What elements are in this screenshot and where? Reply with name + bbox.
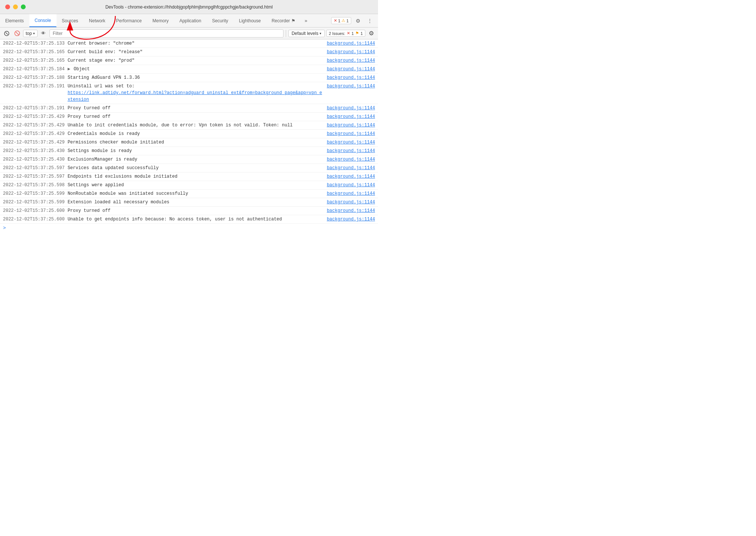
tab-application[interactable]: Application (174, 14, 207, 27)
log-link[interactable]: https://link.adtidy.net/forward.html?act… (68, 90, 324, 103)
log-message: Services data updated successfully (68, 165, 324, 171)
warn-count: 1 (346, 19, 349, 23)
console-toolbar: 🚫 top ▾ 👁 Default levels ▾ 2 Issues: ✕ 1… (0, 28, 378, 39)
tab-lighthouse[interactable]: Lighthouse (234, 14, 266, 27)
tab-sources[interactable]: Sources (57, 14, 84, 27)
chevron-down-icon-levels: ▾ (320, 32, 321, 35)
filter-input[interactable] (49, 29, 284, 38)
context-label: top (26, 31, 32, 36)
window-controls (0, 4, 26, 9)
log-source[interactable]: background.js:1144 (327, 173, 375, 180)
log-row: 2022-12-02T15:37:25.184▶ Objectbackgroun… (0, 65, 378, 74)
log-message: Current browser: "chrome" (68, 40, 324, 47)
log-levels-selector[interactable]: Default levels ▾ (288, 30, 325, 37)
log-source[interactable]: background.js:1144 (327, 122, 375, 129)
tab-memory[interactable]: Memory (147, 14, 174, 27)
log-message: Extension loaded all necessary modules (68, 199, 324, 206)
log-source[interactable]: background.js:1144 (327, 130, 375, 137)
log-source[interactable]: background.js:1144 (327, 165, 375, 171)
log-message: Proxy turned off (68, 207, 324, 214)
error-count: 1 (338, 19, 340, 23)
log-row: 2022-12-02T15:37:25.430ExclusionsManager… (0, 155, 378, 164)
more-icon: » (305, 18, 307, 23)
tab-security-label: Security (212, 18, 228, 23)
log-source[interactable]: background.js:1144 (327, 148, 375, 154)
tab-performance-label: Performance (116, 18, 142, 23)
minimize-button[interactable] (13, 4, 18, 9)
tab-elements[interactable]: Elements (0, 14, 29, 27)
log-message: Proxy turned off (68, 113, 324, 120)
log-source[interactable]: background.js:1144 (327, 216, 375, 223)
log-timestamp: 2022-12-02T15:37:25.430 (3, 148, 65, 154)
log-row: 2022-12-02T15:37:25.188Starting AdGuard … (0, 74, 378, 82)
log-source[interactable]: background.js:1144 (327, 83, 375, 90)
log-message: Current stage env: "prod" (68, 57, 324, 64)
clear-button[interactable] (2, 29, 11, 38)
tab-sources-label: Sources (62, 18, 78, 23)
log-source[interactable]: background.js:1144 (327, 105, 375, 112)
log-timestamp: 2022-12-02T15:37:25.597 (3, 173, 65, 180)
console-output: 2022-12-02T15:37:25.133Current browser: … (0, 39, 378, 268)
log-source[interactable]: background.js:1144 (327, 40, 375, 47)
tab-network-label: Network (89, 18, 105, 23)
log-timestamp: 2022-12-02T15:37:25.600 (3, 207, 65, 214)
log-message: ExclusionsManager is ready (68, 156, 324, 163)
log-message: NonRoutable module was initiated success… (68, 190, 324, 197)
log-source[interactable]: background.js:1144 (327, 66, 375, 72)
log-message: Current build env: "release" (68, 49, 324, 55)
log-message: Unable to get endpoints info because: No… (68, 216, 324, 223)
preserve-log-button[interactable]: 🚫 (13, 29, 22, 38)
more-options-button[interactable]: ⋮ (365, 16, 375, 26)
tabbar: Elements Console Sources Network Perform… (0, 14, 378, 28)
log-source[interactable]: background.js:1144 (327, 199, 375, 206)
maximize-button[interactable] (21, 4, 26, 9)
log-row: 2022-12-02T15:37:25.597Endpoints tld exc… (0, 172, 378, 181)
context-selector[interactable]: top ▾ (23, 30, 38, 37)
log-row: 2022-12-02T15:37:25.599NonRoutable modul… (0, 190, 378, 198)
log-source[interactable]: background.js:1144 (327, 182, 375, 188)
tab-right-actions: ✕ 1 ⚠ 1 ⚙ ⋮ (331, 14, 378, 27)
issues-badge[interactable]: 2 Issues: ✕ 1 ⚑ 1 (326, 30, 365, 37)
log-source[interactable]: background.js:1144 (327, 139, 375, 146)
log-source[interactable]: background.js:1144 (327, 49, 375, 55)
toolbar-settings-button[interactable]: ⚙ (367, 29, 376, 38)
tab-elements-label: Elements (5, 18, 24, 23)
issues-error-count: 1 (352, 31, 354, 36)
error-badge[interactable]: ✕ 1 ⚠ 1 (331, 17, 351, 24)
log-message: ▶ Object (68, 66, 324, 72)
log-timestamp: 2022-12-02T15:37:25.188 (3, 74, 65, 81)
log-source[interactable]: background.js:1144 (327, 74, 375, 81)
issues-error-icon: ✕ (347, 31, 350, 36)
issues-warn-icon: ⚑ (355, 31, 359, 36)
log-message: Settings module is ready (68, 148, 324, 154)
tab-security[interactable]: Security (207, 14, 234, 27)
log-timestamp: 2022-12-02T15:37:25.165 (3, 49, 65, 55)
tab-performance[interactable]: Performance (111, 14, 147, 27)
tab-network[interactable]: Network (84, 14, 111, 27)
log-source[interactable]: background.js:1144 (327, 207, 375, 214)
console-prompt[interactable]: > (0, 224, 378, 232)
log-row: 2022-12-02T15:37:25.191Uninstall url was… (0, 82, 378, 104)
svg-line-1 (6, 32, 8, 35)
tab-console[interactable]: Console (29, 14, 57, 27)
tab-console-label: Console (35, 18, 51, 23)
log-message: Settings were applied (68, 182, 324, 188)
log-source[interactable]: background.js:1144 (327, 156, 375, 163)
tab-more[interactable]: » (301, 14, 311, 27)
log-timestamp: 2022-12-02T15:37:25.191 (3, 105, 65, 112)
log-source[interactable]: background.js:1144 (327, 190, 375, 197)
log-message: Starting AdGuard VPN 1.3.36 (68, 74, 324, 81)
log-timestamp: 2022-12-02T15:37:25.429 (3, 130, 65, 137)
log-row: 2022-12-02T15:37:25.191Proxy turned offb… (0, 104, 378, 113)
log-source[interactable]: background.js:1144 (327, 113, 375, 120)
toolbar-divider (286, 30, 286, 37)
tab-recorder[interactable]: Recorder ⚑ (266, 14, 301, 27)
eye-button[interactable]: 👁 (39, 29, 48, 38)
log-row: 2022-12-02T15:37:25.429Unable to init cr… (0, 121, 378, 130)
settings-button[interactable]: ⚙ (353, 16, 363, 26)
tab-recorder-label: Recorder ⚑ (272, 18, 295, 23)
log-source[interactable]: background.js:1144 (327, 57, 375, 64)
log-message: Uninstall url was set to: https://link.a… (68, 83, 324, 103)
log-row: 2022-12-02T15:37:25.599Extension loaded … (0, 198, 378, 207)
close-button[interactable] (5, 4, 10, 9)
